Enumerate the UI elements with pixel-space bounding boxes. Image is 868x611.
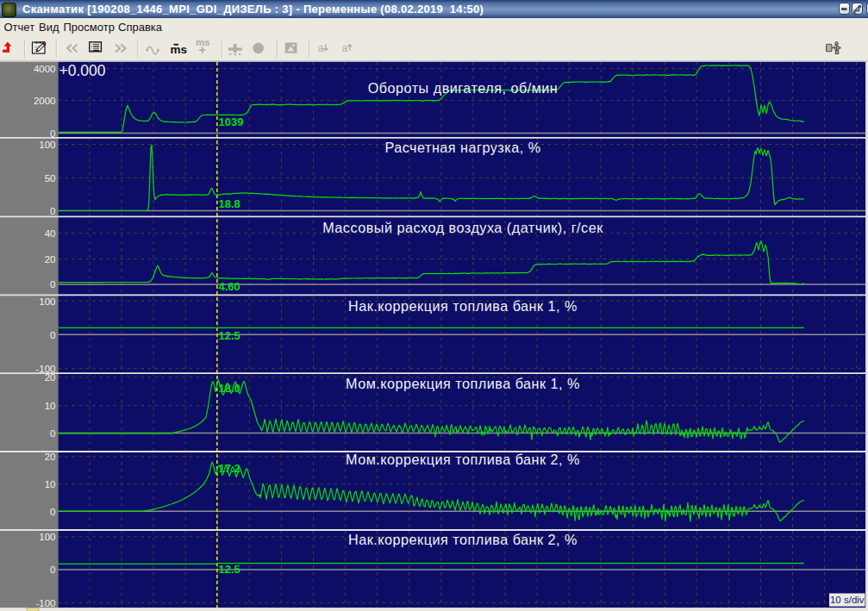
svg-text:20: 20 (45, 452, 56, 462)
svg-text:100: 100 (39, 532, 55, 542)
svg-text:17.2: 17.2 (219, 462, 240, 475)
svg-text:0: 0 (50, 330, 55, 340)
svg-text:Массовый расход воздуха (датчи: Массовый расход воздуха (датчик), г/сек (322, 220, 603, 235)
svg-text:ms: ms (196, 37, 210, 47)
svg-text:Обороты двигателя, об/мин: Обороты двигателя, об/мин (368, 80, 559, 96)
svg-text:Мом.коррекция топлива банк 2,: Мом.коррекция топлива банк 2, % (346, 452, 580, 467)
svg-text:a: a (342, 42, 348, 54)
svg-text:4.60: 4.60 (219, 280, 240, 293)
svg-text:a: a (318, 42, 324, 54)
svg-text:40: 40 (45, 228, 56, 239)
svg-text:100: 100 (39, 296, 55, 307)
svg-text:0: 0 (50, 279, 55, 290)
svg-text:18.0: 18.0 (219, 382, 240, 395)
svg-text:100: 100 (39, 140, 55, 150)
svg-text:2000: 2000 (34, 96, 56, 106)
svg-text:ms: ms (171, 43, 188, 56)
svg-text:12.5: 12.5 (219, 329, 240, 342)
svg-text:10 s/div: 10 s/div (830, 595, 865, 605)
svg-text:20: 20 (45, 254, 56, 265)
svg-text:50: 50 (45, 173, 56, 184)
svg-text:Мом.коррекция топлива банк 1,: Мом.коррекция топлива банк 1, % (346, 376, 580, 391)
svg-text:20: 20 (45, 372, 56, 383)
svg-text:0: 0 (50, 428, 55, 439)
svg-text:10: 10 (45, 401, 56, 411)
svg-text:12.5: 12.5 (219, 563, 240, 576)
svg-text:4000: 4000 (34, 64, 56, 74)
svg-text:0: 0 (50, 507, 55, 517)
svg-text:-100: -100 (35, 598, 55, 608)
svg-text:+0.000: +0.000 (59, 62, 106, 79)
svg-text:1039: 1039 (219, 115, 244, 128)
svg-text:Нак.коррекция топлива банк 1,: Нак.коррекция топлива банк 1, % (348, 298, 578, 314)
svg-text:Нак.коррекция топлива банк 2,: Нак.коррекция топлива банк 2, % (348, 532, 578, 547)
svg-text:10: 10 (45, 479, 56, 489)
svg-text:18.8: 18.8 (219, 197, 240, 210)
svg-text:Расчетная нагрузка, %: Расчетная нагрузка, % (384, 140, 540, 155)
svg-text:0: 0 (50, 206, 55, 216)
svg-text:0: 0 (50, 564, 55, 575)
svg-text:0: 0 (50, 128, 55, 139)
